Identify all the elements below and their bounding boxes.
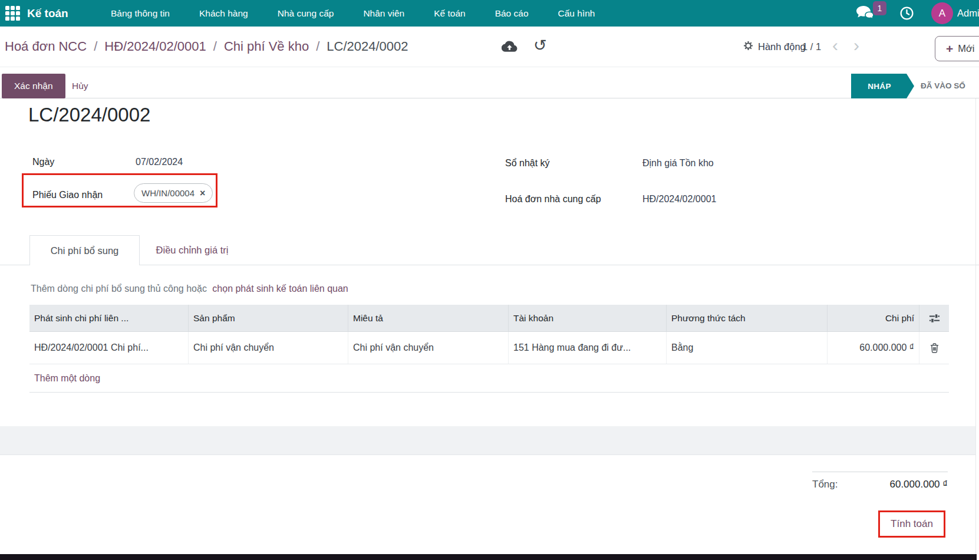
action-menu-label: Hành động	[758, 41, 806, 52]
breadcrumb-separator: /	[316, 39, 319, 54]
discard-undo-icon[interactable]: ↺	[533, 36, 547, 55]
tabs-divider	[0, 265, 979, 265]
nav-item-vendors[interactable]: Nhà cung cấp	[278, 8, 334, 19]
cell-account[interactable]: 151 Hàng mua đang đi đư...	[509, 332, 667, 364]
nav-item-dashboard[interactable]: Bảng thông tin	[111, 8, 170, 19]
confirm-button[interactable]: Xác nhận	[2, 74, 65, 98]
nav-menu: Bảng thông tin Khách hàng Nhà cung cấp N…	[111, 0, 595, 27]
top-nav: Kế toán Bảng thông tin Khách hàng Nhà cu…	[0, 0, 979, 27]
app-name[interactable]: Kế toán	[27, 0, 68, 27]
tab-additional-costs[interactable]: Chi phí bổ sung	[29, 235, 140, 265]
apps-grid-icon[interactable]	[5, 6, 20, 21]
vendor-bill-label: Hoá đơn nhà cung cấp	[505, 194, 601, 205]
screen: Kế toán Bảng thông tin Khách hàng Nhà cu…	[0, 0, 979, 560]
helper-link[interactable]: chọn phát sinh kế toán liên quan	[212, 284, 348, 294]
user-name[interactable]: Admin	[957, 0, 979, 27]
helper-text-row: Thêm dòng chi phí bổ sung thủ công hoặc …	[31, 284, 348, 294]
breadcrumb-separator: /	[94, 39, 97, 54]
journal-value[interactable]: Định giá Tồn kho	[642, 158, 714, 169]
date-value[interactable]: 07/02/2024	[136, 157, 183, 167]
total-value: 60.000.000 ₫	[889, 479, 948, 490]
new-button-label: Mới	[958, 43, 974, 54]
helper-text: Thêm dòng chi phí bổ sung thủ công hoặc	[31, 284, 207, 294]
column-header-split-method[interactable]: Phương thức tách	[667, 305, 828, 331]
column-header-product[interactable]: Sản phẩm	[189, 305, 348, 331]
pager-previous-button[interactable]: ‹	[832, 27, 838, 67]
tab-valuation-adjustments[interactable]: Điều chỉnh giá trị	[140, 235, 245, 265]
add-line-link[interactable]: Thêm một dòng	[34, 373, 100, 384]
nav-item-accounting[interactable]: Kế toán	[434, 8, 465, 19]
breadcrumb-separator: /	[213, 39, 217, 54]
messages-icon[interactable]	[855, 5, 874, 25]
cell-origin[interactable]: HĐ/2024/02/0001 Chi phí...	[29, 332, 189, 364]
cell-split-method[interactable]: Bằng	[667, 332, 828, 364]
breadcrumb-link-bill[interactable]: HĐ/2024/02/0001	[104, 39, 206, 54]
annotation-highlight-compute: Tính toán	[878, 510, 945, 538]
window-bottom-edge	[0, 554, 977, 560]
compute-button[interactable]: Tính toán	[891, 518, 933, 530]
trash-icon	[930, 343, 939, 353]
message-count-badge: 1	[873, 1, 886, 15]
nav-item-settings[interactable]: Cấu hình	[558, 8, 595, 19]
totals-block: Tổng: 60.000.000 ₫	[812, 472, 948, 490]
statusbar: Xác nhận Hủy NHÁP ĐÃ VÀO SỔ	[0, 67, 979, 98]
action-menu-button[interactable]: Hành động	[743, 27, 806, 67]
empty-stripe	[0, 426, 975, 455]
vendor-bill-value[interactable]: HĐ/2024/02/0001	[642, 194, 716, 205]
breadcrumb: Hoá đơn NCC / HĐ/2024/02/0001 / Chi phí …	[5, 27, 408, 67]
plus-icon: +	[946, 42, 953, 56]
cell-product[interactable]: Chi phí vận chuyển	[189, 332, 348, 364]
optional-columns-button[interactable]	[919, 305, 949, 331]
activities-clock-icon[interactable]	[899, 6, 914, 23]
breadcrumb-link-landed-costs[interactable]: Chi phí Về kho	[224, 39, 309, 54]
new-record-button[interactable]: + Mới	[935, 36, 979, 61]
table-row: HĐ/2024/02/0001 Chi phí... Chi phí vận c…	[29, 332, 949, 364]
column-header-origin[interactable]: Phát sinh chi phí liên ...	[29, 305, 189, 331]
status-posted-label[interactable]: ĐÃ VÀO SỔ	[921, 74, 965, 98]
save-cloud-icon[interactable]	[502, 40, 517, 55]
picking-label: Phiếu Giao nhận	[32, 190, 103, 200]
table-header-row: Phát sinh chi phí liên ... Sản phẩm Miêu…	[29, 305, 949, 332]
cell-description[interactable]: Chi phí vận chuyển	[348, 332, 509, 364]
tag-remove-icon[interactable]: ×	[200, 189, 205, 198]
column-header-description[interactable]: Miêu tả	[348, 305, 509, 331]
pager-counter: 1 / 1	[802, 27, 821, 67]
sliders-icon	[929, 314, 940, 323]
delete-row-button[interactable]	[919, 332, 949, 364]
cost-lines-table: Phát sinh chi phí liên ... Sản phẩm Miêu…	[29, 305, 949, 393]
journal-label: Sổ nhật ký	[505, 158, 550, 169]
nav-item-customers[interactable]: Khách hàng	[199, 8, 248, 19]
cell-cost[interactable]: 60.000.000 ₫	[828, 332, 919, 364]
nav-item-employees[interactable]: Nhân viên	[363, 8, 404, 19]
control-panel: Hoá đơn NCC / HĐ/2024/02/0001 / Chi phí …	[0, 27, 979, 67]
gear-icon	[743, 41, 753, 53]
column-header-account[interactable]: Tài khoản	[509, 305, 667, 331]
total-label: Tổng:	[812, 479, 838, 490]
breadcrumb-link-vendor-bills[interactable]: Hoá đơn NCC	[5, 39, 87, 54]
cancel-button[interactable]: Hủy	[72, 74, 88, 98]
pager-next-button[interactable]: ›	[853, 27, 859, 67]
column-header-cost[interactable]: Chi phí	[828, 305, 919, 331]
picking-tag[interactable]: WH/IN/00004 ×	[134, 183, 213, 203]
add-line-row: Thêm một dòng	[29, 364, 949, 393]
picking-tag-label: WH/IN/00004	[141, 188, 195, 198]
nav-item-reports[interactable]: Báo cáo	[495, 8, 529, 19]
scrollbar-gutter	[975, 98, 976, 554]
breadcrumb-current: LC/2024/0002	[327, 39, 408, 54]
date-label: Ngày	[32, 157, 54, 167]
record-title: LC/2024/0002	[28, 104, 150, 126]
status-draft-badge[interactable]: NHÁP	[851, 74, 914, 98]
user-avatar[interactable]: A	[931, 2, 953, 24]
